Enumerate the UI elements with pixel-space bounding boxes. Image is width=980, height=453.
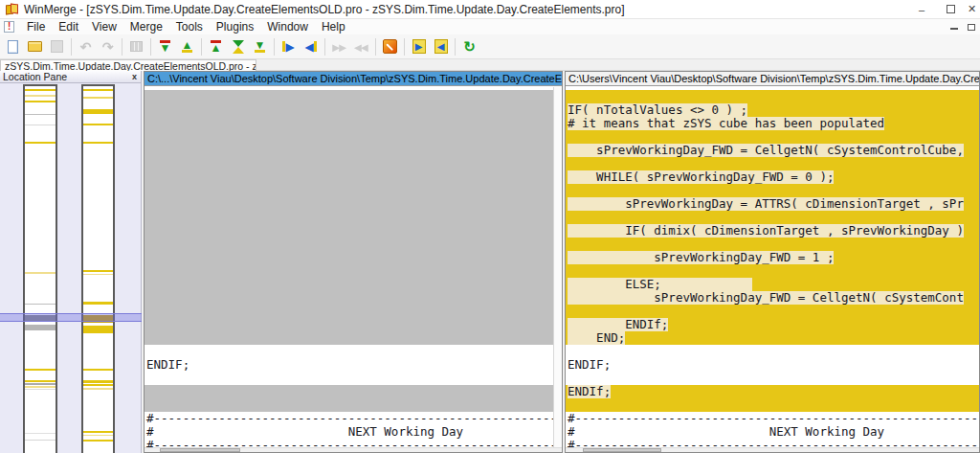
tab-comparison[interactable]: zSYS.Dim.Time.Update.Day.CreateElementsO… <box>0 59 256 71</box>
location-map-right-file[interactable] <box>81 84 115 453</box>
location-pane: Location Pane x <box>0 71 142 453</box>
code-line[interactable]: #---------------------------------------… <box>566 439 979 447</box>
code-line[interactable]: END; <box>566 331 979 345</box>
location-pane-close-icon[interactable]: x <box>132 72 137 81</box>
diff-location-mark <box>83 369 113 371</box>
code-line[interactable] <box>566 130 979 144</box>
copy-all-left-button[interactable]: ◀ <box>430 36 452 57</box>
current-difference-icon <box>233 40 244 54</box>
code-line[interactable]: IF( nTotalValues <> 0 ) ; <box>566 103 979 117</box>
code-line[interactable]: # NEXT Working Day <box>566 425 979 439</box>
copy-all-right-icon: ▶ <box>412 39 426 54</box>
location-map-left-file[interactable] <box>23 84 57 453</box>
menu-items: FileEditViewMergeToolsPluginsWindowHelp <box>20 20 352 34</box>
open-button[interactable] <box>24 36 46 57</box>
undo-button[interactable]: ↶ <box>75 36 97 57</box>
code-line[interactable] <box>566 398 979 412</box>
diff-location-mark <box>83 326 113 333</box>
code-line[interactable]: sPrevWorkingDay = ATTRS( cDimensionTarge… <box>566 197 979 211</box>
code-line[interactable] <box>145 372 553 385</box>
save-icon <box>51 40 63 53</box>
minimize-button[interactable]: – <box>907 0 936 19</box>
code-line[interactable]: ENDIf; <box>566 385 979 398</box>
next-difference-button[interactable]: ▼ <box>154 36 176 57</box>
left-horizontal-scrollbar[interactable] <box>145 447 562 452</box>
code-line[interactable] <box>566 264 979 278</box>
mdi-restore-button[interactable] <box>963 20 980 34</box>
maximize-button[interactable] <box>936 0 965 19</box>
diff-location-mark <box>25 440 56 441</box>
diff-location-mark <box>25 95 56 97</box>
code-line-text: ENDIf; <box>568 318 668 331</box>
left-code-area[interactable]: ENDIF;#---------------------------------… <box>145 87 553 447</box>
mdi-minimize-button[interactable] <box>946 20 963 34</box>
location-pane-title: Location Pane <box>3 71 67 82</box>
copy-right-icon: ▶ <box>282 41 294 52</box>
last-difference-button[interactable]: ▼ <box>249 36 271 57</box>
toolbar-separator <box>274 38 275 56</box>
code-line[interactable]: ENDIF; <box>566 358 979 372</box>
code-line[interactable] <box>566 157 979 170</box>
right-file-path-header[interactable]: C:\Users\Vincent Viau\Desktop\Software D… <box>566 72 979 86</box>
code-line-text: sPrevWorkingDay = ATTRS( cDimensionTarge… <box>568 197 964 211</box>
code-line[interactable] <box>566 184 979 197</box>
code-line[interactable] <box>566 345 979 358</box>
code-line[interactable]: ENDIF; <box>145 358 553 372</box>
right-horizontal-scrollbar[interactable] <box>566 447 979 452</box>
code-line[interactable]: sPrevWorkingDay_FWD = CellgetN( cSystemC… <box>566 291 979 305</box>
code-line[interactable] <box>566 238 979 251</box>
copy-left-button[interactable]: ◀ <box>300 36 322 57</box>
code-line[interactable] <box>145 345 553 358</box>
first-difference-button[interactable]: ▲ <box>205 36 227 57</box>
code-line[interactable]: #---------------------------------------… <box>566 412 979 425</box>
copy-all-right-button[interactable]: ▶ <box>408 36 430 57</box>
diff-location-mark <box>25 114 56 115</box>
left-vertical-scrollbar[interactable] <box>553 87 562 447</box>
copy-left-and-advance-button[interactable]: ◂◂ <box>350 36 372 57</box>
code-line[interactable]: #---------------------------------------… <box>145 439 553 447</box>
refresh-button[interactable]: ↻ <box>458 36 480 57</box>
copy-right-button[interactable]: ▶ <box>278 36 300 57</box>
code-line[interactable] <box>566 372 979 385</box>
code-line[interactable] <box>566 211 979 224</box>
new-file-button[interactable] <box>2 36 24 57</box>
copy-left-and-advance-icon: ◂◂ <box>354 40 368 54</box>
missing-lines-filler <box>145 385 553 412</box>
menu-item-tools[interactable]: Tools <box>169 19 210 34</box>
right-code-area[interactable]: IF( nTotalValues <> 0 ) ;# it means that… <box>566 87 979 447</box>
copy-right-and-advance-button[interactable]: ▸▸ <box>328 36 350 57</box>
menu-item-edit[interactable]: Edit <box>52 19 85 34</box>
current-difference-button[interactable] <box>227 36 249 57</box>
close-button[interactable]: ✕ <box>965 0 980 19</box>
location-view-band[interactable] <box>0 313 142 322</box>
menu-item-merge[interactable]: Merge <box>123 19 169 34</box>
document-child-icon[interactable] <box>4 21 14 33</box>
redo-button[interactable]: ↷ <box>97 36 119 57</box>
code-line[interactable] <box>566 305 979 318</box>
code-line[interactable]: ENDIf; <box>566 318 979 331</box>
menu-item-file[interactable]: File <box>20 19 52 34</box>
left-file-path-header[interactable]: C:\...\Vincent Viau\Desktop\Software Div… <box>145 72 562 86</box>
diff-location-mark <box>83 302 113 305</box>
code-line[interactable]: # it means that zSYS cube has been popul… <box>566 117 979 130</box>
location-pane-header: Location Pane x <box>0 71 141 83</box>
menu-item-view[interactable]: View <box>85 19 123 34</box>
toolbar-separator <box>375 38 376 56</box>
menu-item-help[interactable]: Help <box>315 19 352 34</box>
code-line[interactable]: sPrevWorkingDay_FWD = 1 ; <box>566 251 979 264</box>
code-line[interactable]: IF( dimix( cDimensionTarget , sPrevWorki… <box>566 224 979 238</box>
right-hscroll-thumb[interactable] <box>583 448 661 452</box>
options-button[interactable] <box>379 36 401 57</box>
code-line[interactable] <box>566 90 979 103</box>
left-hscroll-thumb[interactable] <box>160 448 240 452</box>
menu-item-plugins[interactable]: Plugins <box>210 19 260 34</box>
code-line[interactable]: WHILE( sPrevWorkingDay_FWD = 0 ); <box>566 170 979 184</box>
select-line-difference-button[interactable] <box>125 36 147 57</box>
previous-difference-button[interactable]: ▲ <box>176 36 198 57</box>
code-line[interactable]: #---------------------------------------… <box>145 412 553 425</box>
code-line[interactable]: # NEXT Working Day <box>145 425 553 439</box>
code-line[interactable]: sPrevWorkingDay_FWD = CellgetN( cSystemC… <box>566 144 979 157</box>
save-button[interactable] <box>46 36 68 57</box>
menu-item-window[interactable]: Window <box>260 19 315 34</box>
code-line[interactable]: ELSE; <box>566 278 979 291</box>
